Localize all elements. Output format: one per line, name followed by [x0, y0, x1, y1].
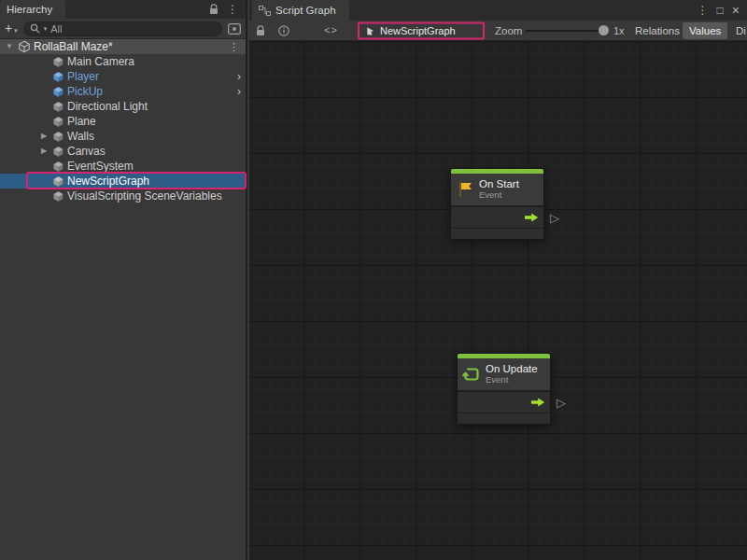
- item-label: Directional Light: [67, 100, 148, 113]
- gameobject-icon: [52, 101, 64, 113]
- hierarchy-item-scenevariables[interactable]: VisualScripting SceneVariables: [0, 189, 246, 203]
- hierarchy-panel: Hierarchy ⋮ + ▾ ▾ All ▼: [0, 0, 247, 560]
- output-port-icon[interactable]: ▷: [557, 397, 566, 409]
- script-graph-panel: Script Graph ⋮ □ × <> NewScriptGraph Zoo…: [249, 0, 747, 560]
- zoom-value: 1x: [613, 25, 625, 36]
- item-label: EventSystem: [67, 160, 134, 173]
- graph-name-label: NewScriptGraph: [380, 25, 456, 36]
- graph-tabbar: Script Graph ⋮ □ ×: [249, 0, 747, 21]
- item-label: Main Camera: [67, 55, 134, 68]
- hierarchy-item-eventsystem[interactable]: EventSystem: [0, 159, 246, 174]
- item-label: Walls: [67, 130, 94, 143]
- search-icon: [30, 23, 40, 34]
- scene-icon: [18, 40, 31, 53]
- zoom-label: Zoom: [495, 25, 522, 36]
- hierarchy-item-canvas[interactable]: ▶ Canvas: [0, 144, 246, 159]
- item-label: Plane: [67, 115, 96, 128]
- close-icon[interactable]: ×: [732, 4, 740, 17]
- output-port-icon[interactable]: ▷: [550, 212, 559, 224]
- tab-hierarchy-label: Hierarchy: [7, 4, 52, 15]
- info-icon[interactable]: [278, 25, 289, 36]
- tab-script-graph[interactable]: Script Graph: [252, 0, 349, 21]
- gameobject-icon: [52, 146, 64, 158]
- gameobject-icon: [52, 56, 64, 68]
- picker-icon[interactable]: [228, 23, 241, 35]
- flow-output-arrow-icon: [525, 213, 539, 223]
- node-on-start[interactable]: On Start Event ▷: [450, 168, 544, 240]
- scene-row[interactable]: ▼ RollaBall Maze* ⋮: [0, 39, 246, 54]
- create-object-button[interactable]: + ▾: [5, 22, 18, 35]
- gameobject-icon: [52, 190, 64, 203]
- prefab-icon: [52, 86, 64, 98]
- search-filter-caret-icon: ▾: [44, 25, 48, 33]
- gameobject-icon: [52, 161, 64, 173]
- expand-closed-icon[interactable]: ▶: [38, 129, 49, 144]
- hierarchy-item-main-camera[interactable]: Main Camera: [0, 54, 246, 69]
- code-icon[interactable]: <>: [324, 25, 338, 36]
- script-graph-tab-icon: [259, 6, 271, 16]
- hierarchy-tree: ▼ RollaBall Maze* ⋮ Main Camera Player ›: [0, 39, 246, 203]
- graph-canvas[interactable]: On Start Event ▷ On Update E: [249, 41, 747, 560]
- hierarchy-tabbar: Hierarchy ⋮: [0, 0, 246, 19]
- hierarchy-item-walls[interactable]: ▶ Walls: [0, 129, 246, 144]
- flow-output-arrow-icon: [531, 398, 545, 408]
- tab-script-graph-label: Script Graph: [275, 5, 336, 16]
- graph-toolbar: <> NewScriptGraph Zoom 1x Relations Valu…: [249, 21, 747, 41]
- prefab-icon: [52, 71, 64, 83]
- expand-closed-icon[interactable]: ▶: [38, 144, 49, 159]
- zoom-slider-knob[interactable]: [599, 25, 609, 35]
- expand-open-icon[interactable]: ▼: [4, 39, 15, 54]
- hierarchy-item-player[interactable]: Player ›: [0, 69, 246, 84]
- hierarchy-item-newscriptgraph[interactable]: NewScriptGraph: [0, 174, 246, 189]
- search-input[interactable]: ▾ All: [23, 21, 222, 36]
- item-label: Canvas: [67, 145, 106, 158]
- kebab-menu-icon[interactable]: ⋮: [227, 4, 238, 15]
- maximize-icon[interactable]: □: [717, 5, 724, 16]
- relations-toggle-button[interactable]: Relations: [628, 22, 686, 39]
- node-on-update[interactable]: On Update Event ▷: [457, 353, 551, 425]
- node-subtitle: Event: [479, 190, 519, 201]
- node-footer: [451, 228, 543, 239]
- item-label: Player: [67, 70, 99, 83]
- item-label: VisualScripting SceneVariables: [67, 189, 222, 203]
- gameobject-icon: [52, 131, 64, 143]
- prefab-open-arrow-icon[interactable]: ›: [237, 86, 241, 97]
- lock-icon[interactable]: [209, 4, 218, 15]
- graph-name-breadcrumb[interactable]: NewScriptGraph: [358, 21, 485, 39]
- flag-icon: [456, 180, 474, 199]
- graph-lock-icon[interactable]: [256, 25, 265, 36]
- gameobject-icon: [52, 116, 64, 128]
- node-subtitle: Event: [486, 375, 538, 385]
- caret-down-icon: ▾: [14, 27, 18, 35]
- hierarchy-item-pickup[interactable]: PickUp ›: [0, 84, 246, 99]
- scene-kebab-icon[interactable]: ⋮: [229, 41, 239, 53]
- item-label: NewScriptGraph: [67, 175, 149, 188]
- hierarchy-item-plane[interactable]: Plane: [0, 114, 246, 129]
- gameobject-icon: [52, 175, 64, 188]
- scene-name: RollaBall Maze*: [34, 40, 113, 53]
- script-graph-asset-icon: [365, 25, 375, 35]
- kebab-menu-icon[interactable]: ⋮: [698, 5, 709, 16]
- hierarchy-toolbar: + ▾ ▾ All: [0, 19, 246, 39]
- loop-icon: [462, 365, 481, 384]
- search-filter-label: All: [50, 23, 62, 35]
- values-toggle-button[interactable]: Values: [683, 22, 727, 39]
- node-footer: [458, 413, 550, 424]
- item-label: PickUp: [67, 85, 103, 98]
- prefab-open-arrow-icon[interactable]: ›: [237, 71, 241, 82]
- hierarchy-item-directional-light[interactable]: Directional Light: [0, 99, 246, 114]
- dim-toggle-button[interactable]: Di: [729, 22, 747, 39]
- zoom-slider-track[interactable]: [526, 30, 608, 32]
- tab-hierarchy[interactable]: Hierarchy: [0, 0, 65, 19]
